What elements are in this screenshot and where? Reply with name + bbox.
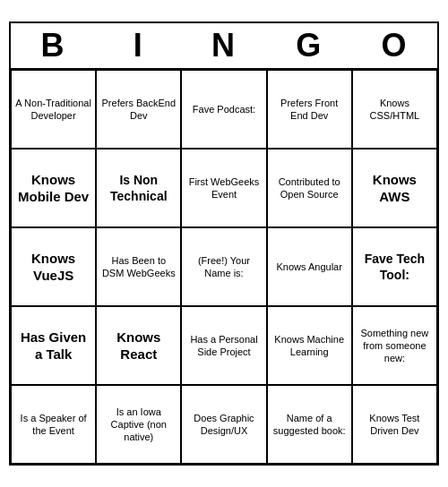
bingo-cell-3[interactable]: Prefers Front End Dev <box>267 70 352 149</box>
bingo-cell-20[interactable]: Is a Speaker of the Event <box>11 385 96 464</box>
bingo-cell-12[interactable]: (Free!) Your Name is: <box>181 227 266 306</box>
header-n: N <box>181 23 266 68</box>
bingo-cell-7[interactable]: First WebGeeks Event <box>181 149 266 227</box>
header-g: G <box>267 23 352 68</box>
bingo-grid: A Non-Traditional DeveloperPrefers BackE… <box>11 68 437 464</box>
bingo-cell-24[interactable]: Knows Test Driven Dev <box>352 385 437 464</box>
bingo-cell-23[interactable]: Name of a suggested book: <box>267 385 352 464</box>
bingo-cell-5[interactable]: Knows Mobile Dev <box>11 149 96 227</box>
header-b: B <box>11 23 96 68</box>
bingo-cell-1[interactable]: Prefers BackEnd Dev <box>96 70 181 149</box>
header-o: O <box>352 23 437 68</box>
bingo-cell-14[interactable]: Fave Tech Tool: <box>352 227 437 306</box>
bingo-cell-4[interactable]: Knows CSS/HTML <box>352 70 437 149</box>
bingo-card: B I N G O A Non-Traditional DeveloperPre… <box>9 21 439 466</box>
bingo-cell-2[interactable]: Fave Podcast: <box>181 70 266 149</box>
bingo-cell-9[interactable]: Knows AWS <box>352 149 437 227</box>
header-i: I <box>96 23 181 68</box>
bingo-cell-16[interactable]: Knows React <box>96 306 181 385</box>
bingo-cell-10[interactable]: Knows VueJS <box>11 227 96 306</box>
bingo-cell-13[interactable]: Knows Angular <box>267 227 352 306</box>
bingo-cell-17[interactable]: Has a Personal Side Project <box>181 306 266 385</box>
bingo-cell-15[interactable]: Has Given a Talk <box>11 306 96 385</box>
bingo-cell-11[interactable]: Has Been to DSM WebGeeks <box>96 227 181 306</box>
bingo-cell-21[interactable]: Is an Iowa Captive (non native) <box>96 385 181 464</box>
bingo-header: B I N G O <box>11 23 437 68</box>
bingo-cell-19[interactable]: Something new from someone new: <box>352 306 437 385</box>
bingo-cell-22[interactable]: Does Graphic Design/UX <box>181 385 266 464</box>
bingo-cell-0[interactable]: A Non-Traditional Developer <box>11 70 96 149</box>
bingo-cell-6[interactable]: Is Non Technical <box>96 149 181 227</box>
bingo-cell-8[interactable]: Contributed to Open Source <box>267 149 352 227</box>
bingo-cell-18[interactable]: Knows Machine Learning <box>267 306 352 385</box>
